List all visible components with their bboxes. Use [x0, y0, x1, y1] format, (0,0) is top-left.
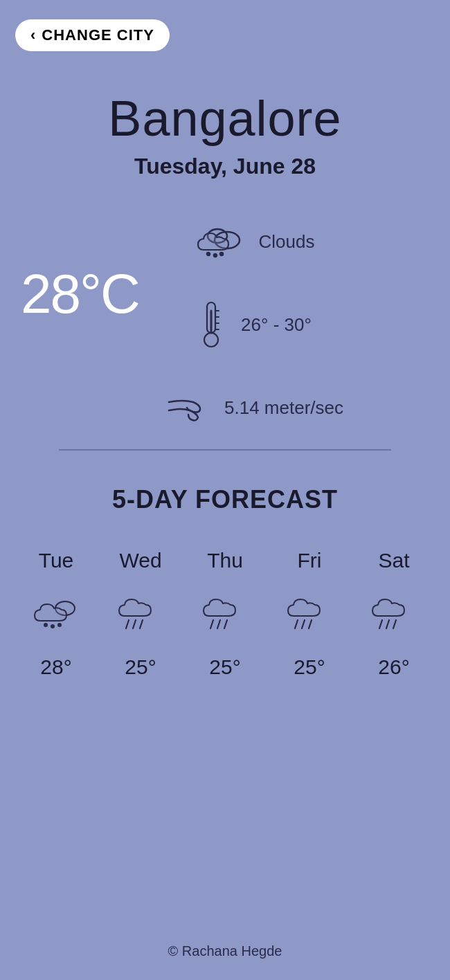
rain-icon-fri	[285, 590, 334, 638]
current-weather-section: 28°C Clouds	[0, 221, 450, 428]
forecast-day-tue: Tue 28°	[14, 549, 98, 679]
svg-line-20	[217, 620, 220, 628]
svg-point-6	[204, 333, 218, 347]
wind-speed-label: 5.14 meter/sec	[224, 397, 343, 419]
day-temp-thu: 25°	[209, 655, 240, 679]
current-temperature: 28°C	[21, 262, 139, 326]
day-label-sat: Sat	[378, 549, 409, 572]
change-city-button[interactable]: ‹ CHANGE CITY	[15, 19, 170, 51]
city-name: Bangalore	[108, 90, 341, 147]
svg-line-19	[210, 620, 213, 628]
day-temp-wed: 25°	[125, 655, 156, 679]
svg-line-24	[309, 620, 312, 628]
day-label-tue: Tue	[39, 549, 74, 572]
rain-icon-thu	[201, 590, 249, 638]
section-divider	[59, 449, 391, 451]
forecast-icon-tue	[32, 586, 80, 642]
day-label-fri: Fri	[298, 549, 322, 572]
svg-line-22	[295, 620, 298, 628]
day-temp-tue: 28°	[40, 655, 71, 679]
forecast-day-sat: Sat 26°	[352, 549, 436, 679]
svg-point-3	[214, 254, 217, 257]
forecast-title: 5-DAY FORECAST	[112, 485, 338, 514]
svg-point-14	[51, 625, 54, 628]
rain-icon-sat	[370, 590, 418, 638]
thermometer-icon	[194, 297, 228, 352]
svg-line-18	[140, 620, 143, 628]
footer-credit: © Rachana Hegde	[168, 943, 282, 959]
svg-point-15	[58, 624, 61, 626]
temp-range-label: 26° - 30°	[241, 314, 312, 336]
svg-point-2	[207, 253, 210, 255]
day-temp-sat: 26°	[378, 655, 409, 679]
forecast-icon-thu	[201, 586, 249, 642]
condition-row: Clouds	[191, 221, 315, 262]
svg-line-23	[302, 620, 305, 628]
cloud-icon-tue	[32, 593, 80, 635]
forecast-day-thu: Thu 25°	[183, 549, 267, 679]
day-temp-fri: 25°	[294, 655, 325, 679]
forecast-day-fri: Fri 25°	[267, 549, 352, 679]
forecast-icon-wed	[116, 586, 165, 642]
temp-range-row: 26° - 30°	[194, 297, 312, 352]
forecast-icon-fri	[285, 586, 334, 642]
forecast-day-wed: Wed 25°	[98, 549, 183, 679]
chevron-left-icon: ‹	[30, 26, 36, 44]
svg-point-13	[44, 624, 47, 626]
forecast-icon-sat	[370, 586, 418, 642]
forecast-grid: Tue 28° Wed 25° Thu	[0, 549, 450, 679]
svg-line-16	[126, 620, 129, 628]
svg-line-27	[393, 620, 396, 628]
condition-label: Clouds	[259, 231, 315, 253]
svg-point-4	[220, 253, 223, 255]
day-label-thu: Thu	[207, 549, 243, 572]
day-label-wed: Wed	[119, 549, 161, 572]
rain-icon-wed	[116, 590, 165, 638]
wind-row: 5.14 meter/sec	[162, 387, 343, 428]
svg-line-25	[379, 620, 382, 628]
weather-details-col: Clouds 26° - 30° 5.14 me	[162, 221, 343, 428]
svg-line-21	[224, 620, 227, 628]
change-city-label: CHANGE CITY	[42, 26, 154, 44]
wind-icon	[162, 387, 212, 428]
current-date: Tuesday, June 28	[134, 154, 316, 179]
cloud-icon	[191, 221, 246, 262]
svg-line-17	[133, 620, 136, 628]
svg-line-26	[386, 620, 389, 628]
